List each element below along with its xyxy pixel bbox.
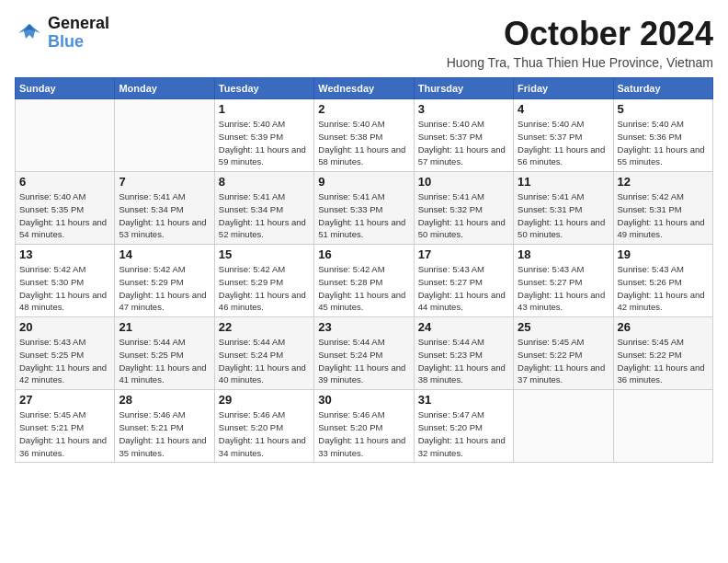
day-number: 20 [19,320,110,334]
day-info: Sunrise: 5:43 AM Sunset: 5:25 PM Dayligh… [19,336,110,386]
table-row: 29Sunrise: 5:46 AM Sunset: 5:20 PM Dayli… [214,390,313,463]
day-number: 25 [518,320,609,334]
day-info: Sunrise: 5:46 AM Sunset: 5:20 PM Dayligh… [219,408,310,459]
day-info: Sunrise: 5:47 AM Sunset: 5:20 PM Dayligh… [418,408,509,459]
logo-text: General Blue [48,15,109,52]
day-number: 15 [219,247,310,261]
day-info: Sunrise: 5:40 AM Sunset: 5:37 PM Dayligh… [518,118,609,168]
day-info: Sunrise: 5:44 AM Sunset: 5:25 PM Dayligh… [119,336,210,386]
logo: General Blue [15,15,109,52]
day-info: Sunrise: 5:45 AM Sunset: 5:22 PM Dayligh… [518,336,609,386]
week-row-5: 27Sunrise: 5:45 AM Sunset: 5:21 PM Dayli… [16,390,713,463]
table-row: 31Sunrise: 5:47 AM Sunset: 5:20 PM Dayli… [414,390,513,463]
table-row: 9Sunrise: 5:41 AM Sunset: 5:33 PM Daylig… [314,172,414,245]
table-row: 16Sunrise: 5:42 AM Sunset: 5:28 PM Dayli… [314,245,414,317]
day-number: 17 [418,247,509,261]
col-sunday: Sunday [16,78,115,99]
day-info: Sunrise: 5:40 AM Sunset: 5:35 PM Dayligh… [19,190,110,241]
day-number: 11 [518,175,609,189]
day-info: Sunrise: 5:45 AM Sunset: 5:22 PM Dayligh… [618,336,709,386]
day-info: Sunrise: 5:43 AM Sunset: 5:27 PM Dayligh… [418,263,509,314]
table-row: 28Sunrise: 5:46 AM Sunset: 5:21 PM Dayli… [115,390,214,463]
week-row-2: 6Sunrise: 5:40 AM Sunset: 5:35 PM Daylig… [16,172,713,245]
table-row: 19Sunrise: 5:43 AM Sunset: 5:26 PM Dayli… [613,245,712,317]
day-info: Sunrise: 5:44 AM Sunset: 5:24 PM Dayligh… [318,336,409,386]
calendar-table: Sunday Monday Tuesday Wednesday Thursday… [15,77,713,463]
day-number: 18 [518,247,609,261]
day-number: 12 [618,175,709,189]
day-info: Sunrise: 5:43 AM Sunset: 5:26 PM Dayligh… [618,263,709,314]
table-row [115,99,214,172]
month-title: October 2024 [447,15,713,53]
day-number: 14 [119,247,210,261]
day-info: Sunrise: 5:42 AM Sunset: 5:28 PM Dayligh… [318,263,409,314]
day-info: Sunrise: 5:46 AM Sunset: 5:20 PM Dayligh… [318,408,409,459]
table-row: 17Sunrise: 5:43 AM Sunset: 5:27 PM Dayli… [414,245,513,317]
day-number: 3 [418,102,509,116]
table-row: 18Sunrise: 5:43 AM Sunset: 5:27 PM Dayli… [514,245,613,317]
day-number: 16 [318,247,409,261]
day-number: 10 [418,175,509,189]
calendar-header-row: Sunday Monday Tuesday Wednesday Thursday… [16,78,713,99]
day-number: 7 [119,175,210,189]
day-number: 2 [318,102,409,116]
table-row: 21Sunrise: 5:44 AM Sunset: 5:25 PM Dayli… [115,317,214,390]
table-row: 3Sunrise: 5:40 AM Sunset: 5:37 PM Daylig… [414,99,513,172]
day-info: Sunrise: 5:41 AM Sunset: 5:31 PM Dayligh… [518,190,609,241]
table-row: 23Sunrise: 5:44 AM Sunset: 5:24 PM Dayli… [314,317,414,390]
table-row [613,390,712,463]
table-row: 4Sunrise: 5:40 AM Sunset: 5:37 PM Daylig… [514,99,613,172]
table-row: 27Sunrise: 5:45 AM Sunset: 5:21 PM Dayli… [16,390,115,463]
day-info: Sunrise: 5:44 AM Sunset: 5:24 PM Dayligh… [219,336,310,386]
day-number: 27 [19,393,110,407]
day-info: Sunrise: 5:46 AM Sunset: 5:21 PM Dayligh… [119,408,210,459]
page-header: General Blue October 2024 Huong Tra, Thu… [15,15,713,70]
table-row: 10Sunrise: 5:41 AM Sunset: 5:32 PM Dayli… [414,172,513,245]
day-number: 24 [418,320,509,334]
col-friday: Friday [514,78,613,99]
week-row-4: 20Sunrise: 5:43 AM Sunset: 5:25 PM Dayli… [16,317,713,390]
day-info: Sunrise: 5:43 AM Sunset: 5:27 PM Dayligh… [518,263,609,314]
table-row: 22Sunrise: 5:44 AM Sunset: 5:24 PM Dayli… [214,317,313,390]
table-row: 12Sunrise: 5:42 AM Sunset: 5:31 PM Dayli… [613,172,712,245]
col-saturday: Saturday [613,78,712,99]
day-info: Sunrise: 5:42 AM Sunset: 5:29 PM Dayligh… [219,263,310,314]
day-number: 13 [19,247,110,261]
col-monday: Monday [115,78,214,99]
day-number: 6 [19,175,110,189]
table-row [514,390,613,463]
table-row [16,99,115,172]
day-number: 31 [418,393,509,407]
table-row: 8Sunrise: 5:41 AM Sunset: 5:34 PM Daylig… [214,172,313,245]
table-row: 6Sunrise: 5:40 AM Sunset: 5:35 PM Daylig… [16,172,115,245]
day-number: 22 [219,320,310,334]
week-row-1: 1Sunrise: 5:40 AM Sunset: 5:39 PM Daylig… [16,99,713,172]
day-number: 26 [618,320,709,334]
table-row: 7Sunrise: 5:41 AM Sunset: 5:34 PM Daylig… [115,172,214,245]
day-number: 19 [618,247,709,261]
table-row: 11Sunrise: 5:41 AM Sunset: 5:31 PM Dayli… [514,172,613,245]
col-wednesday: Wednesday [314,78,414,99]
table-row: 2Sunrise: 5:40 AM Sunset: 5:38 PM Daylig… [314,99,414,172]
table-row: 1Sunrise: 5:40 AM Sunset: 5:39 PM Daylig… [214,99,313,172]
day-info: Sunrise: 5:41 AM Sunset: 5:34 PM Dayligh… [219,190,310,241]
logo-icon [15,20,44,46]
day-number: 9 [318,175,409,189]
day-info: Sunrise: 5:41 AM Sunset: 5:32 PM Dayligh… [418,190,509,241]
table-row: 15Sunrise: 5:42 AM Sunset: 5:29 PM Dayli… [214,245,313,317]
table-row: 20Sunrise: 5:43 AM Sunset: 5:25 PM Dayli… [16,317,115,390]
day-number: 29 [219,393,310,407]
day-info: Sunrise: 5:42 AM Sunset: 5:31 PM Dayligh… [618,190,709,241]
day-info: Sunrise: 5:45 AM Sunset: 5:21 PM Dayligh… [19,408,110,459]
title-block: October 2024 Huong Tra, Thua Thien Hue P… [447,15,713,70]
table-row: 26Sunrise: 5:45 AM Sunset: 5:22 PM Dayli… [613,317,712,390]
day-info: Sunrise: 5:41 AM Sunset: 5:34 PM Dayligh… [119,190,210,241]
col-tuesday: Tuesday [214,78,313,99]
day-info: Sunrise: 5:40 AM Sunset: 5:37 PM Dayligh… [418,118,509,168]
table-row: 25Sunrise: 5:45 AM Sunset: 5:22 PM Dayli… [514,317,613,390]
subtitle: Huong Tra, Thua Thien Hue Province, Viet… [447,55,713,70]
day-info: Sunrise: 5:41 AM Sunset: 5:33 PM Dayligh… [318,190,409,241]
day-info: Sunrise: 5:42 AM Sunset: 5:29 PM Dayligh… [119,263,210,314]
day-number: 30 [318,393,409,407]
day-number: 23 [318,320,409,334]
